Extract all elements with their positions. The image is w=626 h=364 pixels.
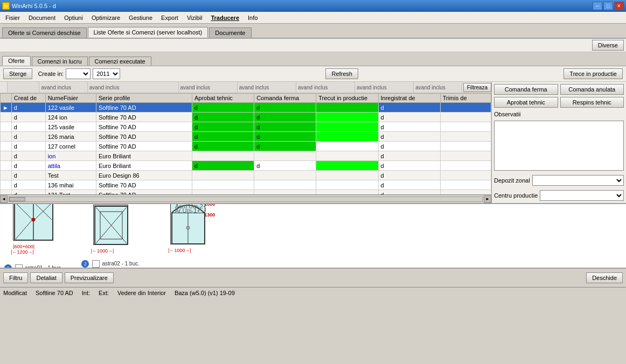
svg-point-6 [32, 218, 35, 221]
col-creat[interactable]: Creat de [11, 94, 45, 103]
menu-optiuni[interactable]: Optiuni [60, 13, 87, 22]
table-row[interactable]: dTestEuro Design 86d [1, 171, 491, 180]
comanda-anulata-button[interactable]: Comanda anulata [560, 84, 624, 95]
menu-fisier[interactable]: Fisier [1, 13, 24, 22]
table-cell [1, 113, 12, 122]
status-serie: Softline 70 AD [36, 290, 73, 296]
sterge-button[interactable]: Sterge [3, 68, 32, 79]
table-cell [1, 142, 12, 151]
table-cell: d [11, 161, 45, 171]
table-row[interactable]: d126 mariaSoftline 70 ADddd [1, 132, 491, 142]
filter-trecut: avand inclus [296, 82, 355, 93]
sub-tab-oferte[interactable]: Oferte [2, 56, 31, 66]
table-row[interactable]: dattilaEuro Briliantddd [1, 161, 491, 171]
tab-liste-oferte[interactable]: Liste Oferte si Comenzi (server localhos… [88, 27, 208, 38]
depozit-dropdown[interactable] [532, 175, 624, 186]
tab-documente[interactable]: Documente [209, 27, 251, 38]
preview-item-3[interactable]: 300 ↑ Acm.Um-2+ Ar.Um-1+ 1000↕1300 |←100… [159, 203, 217, 268]
table-row[interactable]: d124 ionSoftline 70 ADddd [1, 113, 491, 122]
table-area: avand inclus avand inclus avand inclus a… [0, 82, 491, 203]
table-row[interactable]: d127 cornelSoftline 70 ADddd [1, 142, 491, 151]
table-cell [316, 142, 378, 151]
col-aprobat[interactable]: Aprobat tehnic [192, 94, 254, 103]
tab-oferte-comenzi[interactable]: Oferte si Comenzi deschise [2, 27, 87, 38]
filter-inreg: avand inclus [355, 82, 414, 93]
table-cell: 124 ion [45, 113, 96, 122]
table-cell: d [192, 132, 254, 142]
centru-dropdown[interactable] [540, 190, 624, 201]
menu-traducere[interactable]: Traducere [206, 13, 244, 22]
table-cell [192, 190, 254, 195]
status-bar: Modificat Softline 70 AD Int: Ext: Veder… [0, 287, 626, 298]
sub-tab-comenzi-lucru[interactable]: Comenzi in lucru [32, 57, 88, 66]
table-row[interactable]: d136 mihaiSoftline 70 ADd [1, 180, 491, 190]
diverse-button[interactable]: Diverse [592, 40, 624, 51]
refresh-button[interactable]: Refresh [325, 68, 358, 79]
year-dropdown[interactable]: 201120102012 [93, 68, 120, 79]
hscroll-left-button[interactable]: ◄ [0, 195, 8, 203]
table-cell [316, 180, 378, 190]
col-comanda[interactable]: Comanda ferma [254, 94, 316, 103]
status-ext: Ext: [99, 290, 109, 296]
table-row[interactable]: d131 TestSoftline 70 ADd [1, 190, 491, 195]
table-cell: d [254, 142, 316, 151]
table-cell [1, 151, 12, 161]
filter-comanda: avand inclus [238, 82, 296, 93]
table-cell: d [11, 122, 45, 132]
preview-drawing-2 [93, 205, 128, 245]
data-table[interactable]: Creat de NumeFisier Serie profile Aproba… [0, 93, 491, 194]
menu-optimizare[interactable]: Optimizare [87, 13, 124, 22]
col-serie[interactable]: Serie profile [96, 94, 192, 103]
table-row[interactable]: ►d122 vasileSoftline 70 ADddd [1, 103, 491, 113]
filtru-button[interactable]: Filtru [3, 272, 28, 283]
table-cell [254, 171, 316, 180]
toolbar-row: Sterge Create in: IanFebMar AprMaiIun Iu… [0, 66, 626, 82]
previzualizare-button[interactable]: Previzualizare [65, 272, 114, 283]
table-cell [316, 190, 378, 195]
hscroll-track[interactable] [9, 197, 483, 202]
table-cell [316, 161, 378, 171]
table-cell: d [11, 113, 45, 122]
hscroll-right-button[interactable]: ► [484, 195, 491, 203]
menu-document[interactable]: Document [24, 13, 60, 22]
deschide-button[interactable]: Deschide [586, 272, 623, 283]
preview-item-1[interactable]: 1200 |600+600| |←1200→| 1 astra01 - 1 bu… [4, 203, 62, 268]
table-cell: 122 vasile [45, 103, 96, 113]
sub-tab-comenzi-executate[interactable]: Comenzi executate [89, 57, 151, 66]
table-cell [316, 171, 378, 180]
menu-export[interactable]: Export [157, 13, 183, 22]
table-cell: 136 mihai [45, 180, 96, 190]
hscroll-thumb[interactable] [9, 197, 25, 201]
col-trecut[interactable]: Trecut in productie [316, 94, 378, 103]
comanda-ferma-button[interactable]: Comanda ferma [494, 84, 558, 95]
filtreaza-button[interactable]: Filtreaza [463, 83, 491, 92]
aprobat-tehnic-button[interactable]: Aprobat tehnic [494, 97, 558, 108]
table-cell [440, 161, 491, 171]
menu-info[interactable]: Info [244, 13, 262, 22]
trece-productie-button[interactable]: Trece in productie [564, 68, 623, 79]
table-row[interactable]: dionEuro Briliantd [1, 151, 491, 161]
table-cell: 125 vasile [45, 122, 96, 132]
col-nume[interactable]: NumeFisier [45, 94, 96, 103]
table-cell [1, 171, 12, 180]
close-button[interactable]: ✕ [614, 2, 624, 10]
maximize-button[interactable]: □ [603, 2, 613, 10]
col-inreg[interactable]: Inregistrat de [378, 94, 440, 103]
table-row[interactable]: d125 vasileSoftline 70 ADddd [1, 122, 491, 132]
main-tabs: Oferte si Comenzi deschise Liste Oferte … [0, 24, 626, 39]
month-dropdown[interactable]: IanFebMar AprMaiIun IulAugSep OctNovDec [66, 68, 91, 79]
observatii-box[interactable] [494, 121, 624, 171]
filter-aprobat: avand inclus [179, 82, 238, 93]
menu-gestiune[interactable]: Gestiune [124, 13, 157, 22]
preview-drawing-1 [13, 203, 53, 241]
col-trimis[interactable]: Trimis de [440, 94, 491, 103]
menu-vizibil[interactable]: Vizibil [183, 13, 207, 22]
respins-tehnic-button[interactable]: Respins tehnic [560, 97, 624, 108]
table-cell [440, 122, 491, 132]
detaliat-button[interactable]: Detaliat [30, 272, 62, 283]
minimize-button[interactable]: ─ [593, 2, 602, 10]
preview-item-2[interactable]: 1000 |←1000→| 2 astra02 - 1 buc. [81, 205, 139, 268]
table-cell [254, 180, 316, 190]
table-cell: d [192, 161, 254, 171]
preview-num-circle-2: 2 [81, 260, 89, 268]
